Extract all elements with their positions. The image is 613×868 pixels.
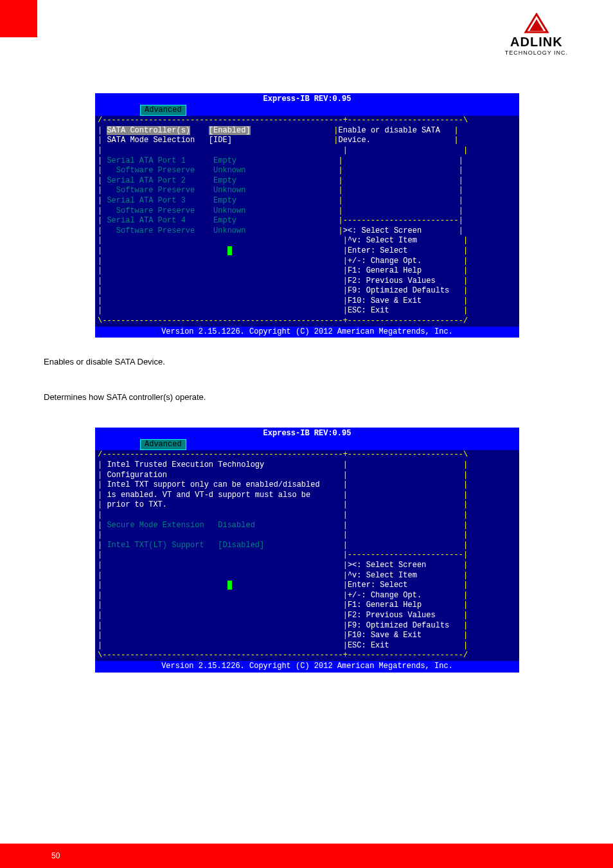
bios-title: Express-IB REV:0.95 <box>95 93 519 105</box>
logo-text: ADLINK <box>505 35 568 50</box>
bios-body-1: /---------------------------------------… <box>95 116 519 326</box>
bios-screen-1: Express-IB REV:0.95 Advanced /----------… <box>95 93 519 338</box>
bios-screen-2: Express-IB REV:0.95 Advanced /----------… <box>95 428 519 672</box>
tab-advanced[interactable]: Advanced <box>140 105 186 116</box>
bios-footer-1: Version 2.15.1226. Copyright (C) 2012 Am… <box>95 327 519 338</box>
bios-footer-2: Version 2.15.1226. Copyright (C) 2012 Am… <box>95 661 519 673</box>
page-footer: 50 <box>0 844 613 868</box>
desc-1: Enables or disable SATA Device. <box>44 357 571 366</box>
page-number: 50 <box>51 851 60 860</box>
bios-title-2: Express-IB REV:0.95 <box>95 428 519 439</box>
corner-tab <box>0 0 37 37</box>
bios-tabbar: Advanced <box>95 105 519 116</box>
logo-subtext: TECHNOLOGY INC. <box>505 50 568 56</box>
desc-2: Determines how SATA controller(s) operat… <box>44 392 571 402</box>
bios-body-2: /---------------------------------------… <box>95 450 519 660</box>
bios-tabbar-2: Advanced <box>95 439 519 451</box>
page-content: Express-IB REV:0.95 Advanced /----------… <box>44 93 571 692</box>
tab-advanced-2[interactable]: Advanced <box>140 439 186 451</box>
logo: ADLINK TECHNOLOGY INC. <box>505 13 568 56</box>
